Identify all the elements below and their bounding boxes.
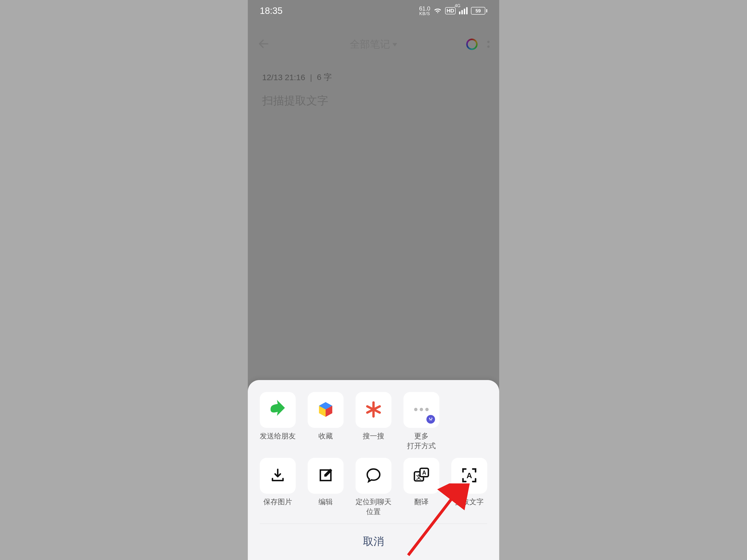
more-open-icon xyxy=(413,406,430,414)
svg-text:A: A xyxy=(466,471,472,480)
action-sheet: 发送给朋友 收藏 xyxy=(248,380,499,560)
tile-locate-chat[interactable]: 定位到聊天 位置 xyxy=(353,458,394,516)
svg-point-7 xyxy=(420,408,423,411)
tile-search[interactable]: 搜一搜 xyxy=(353,392,394,451)
sheet-row-2: 保存图片 编辑 定位到聊天 位置 xyxy=(257,458,490,516)
tile-send-friend[interactable]: 发送给朋友 xyxy=(257,392,298,451)
phone-frame: 18:35 61.0 KB/S HD 4G 59 xyxy=(248,0,499,560)
svg-point-6 xyxy=(414,408,417,411)
search-spark-icon xyxy=(364,400,383,420)
tile-edit[interactable]: 编辑 xyxy=(305,458,346,516)
cancel-button[interactable]: 取消 xyxy=(257,524,490,560)
status-bar-overlay: 18:35 61.0KB/S HD 4G 59 xyxy=(248,0,499,22)
share-arrow-icon xyxy=(268,400,287,420)
tile-more-open[interactable]: 更多 打开方式 xyxy=(401,392,442,451)
download-icon xyxy=(270,468,286,484)
edit-icon xyxy=(318,468,334,484)
ocr-icon: A xyxy=(461,467,478,485)
favorite-cube-icon xyxy=(317,401,334,419)
miniprogram-badge-icon xyxy=(427,415,435,424)
chat-bubble-icon xyxy=(365,467,382,485)
svg-text:A: A xyxy=(422,470,426,476)
tile-extract-text[interactable]: A 提取文字 xyxy=(449,458,490,516)
translate-icon: 文 A xyxy=(413,467,430,485)
tile-save-image[interactable]: 保存图片 xyxy=(257,458,298,516)
tile-translate[interactable]: 文 A 翻译 xyxy=(401,458,442,516)
tile-favorite[interactable]: 收藏 xyxy=(305,392,346,451)
sheet-row-1: 发送给朋友 收藏 xyxy=(257,392,490,451)
svg-point-8 xyxy=(425,408,429,411)
